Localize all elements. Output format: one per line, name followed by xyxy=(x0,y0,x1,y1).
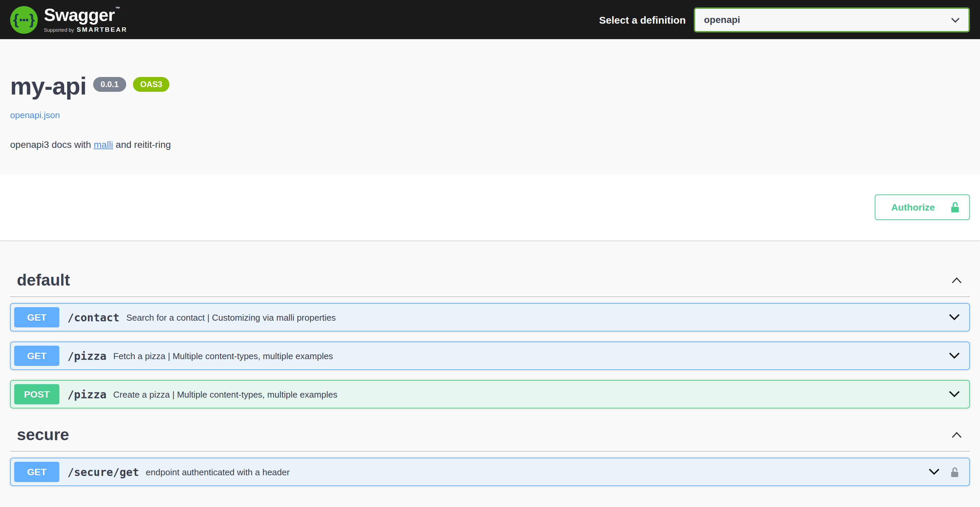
chevron-down-icon xyxy=(949,351,960,361)
tag-title: secure xyxy=(17,425,69,444)
operation-summary: Search for a contact | Customizing via m… xyxy=(126,312,949,323)
expand-operation-button[interactable] xyxy=(929,467,940,477)
chevron-down-icon xyxy=(949,389,960,399)
definition-select[interactable]: openapi xyxy=(694,7,970,32)
tag-title: default xyxy=(17,271,70,290)
tag-section-default: default GET /contact Search for a contac… xyxy=(10,264,970,408)
opblock-summary[interactable]: GET /pizza Fetch a pizza | Multiple cont… xyxy=(11,342,969,369)
tag-header-default[interactable]: default xyxy=(10,264,970,297)
version-badge: 0.0.1 xyxy=(93,77,126,92)
method-badge: GET xyxy=(14,307,59,327)
opblock-post-pizza: POST /pizza Create a pizza | Multiple co… xyxy=(10,380,970,408)
operation-path: /pizza xyxy=(59,349,113,362)
swagger-logo[interactable]: {•••} Swagger™ Supported by SMARTBEAR xyxy=(10,6,127,33)
opblock-get-pizza: GET /pizza Fetch a pizza | Multiple cont… xyxy=(10,341,970,370)
definition-select-value: openapi xyxy=(704,14,740,25)
expand-operation-button[interactable] xyxy=(949,389,960,399)
brand-name: Swagger xyxy=(44,5,115,25)
opblock-get-secure-get: GET /secure/get endpoint authenticated w… xyxy=(10,458,970,486)
opblock-summary[interactable]: GET /secure/get endpoint authenticated w… xyxy=(11,458,969,485)
unlocked-padlock-icon xyxy=(950,466,960,478)
malli-link[interactable]: malli xyxy=(94,139,113,150)
scheme-container: Authorize xyxy=(0,174,980,240)
operation-summary: Create a pizza | Multiple content-types,… xyxy=(113,389,949,400)
oas3-badge: OAS3 xyxy=(133,77,170,92)
opblock-get-contact: GET /contact Search for a contact | Cust… xyxy=(10,303,970,332)
tag-section-secure: secure GET /secure/get endpoint authenti… xyxy=(10,419,970,486)
select-definition-label: Select a definition xyxy=(599,14,686,26)
expand-operation-button[interactable] xyxy=(949,351,960,361)
swagger-logo-icon: {•••} xyxy=(10,6,38,33)
operations-list: default GET /contact Search for a contac… xyxy=(0,240,980,486)
chevron-down-icon xyxy=(929,467,940,477)
method-badge: GET xyxy=(14,346,59,366)
method-badge: GET xyxy=(14,462,59,482)
supported-by-text: Supported by xyxy=(44,27,74,33)
spec-url-link[interactable]: openapi.json xyxy=(10,110,60,120)
info-section: my-api 0.0.1 OAS3 openapi.json openapi3 … xyxy=(0,39,980,174)
chevron-down-icon xyxy=(951,14,960,25)
chevron-up-icon[interactable] xyxy=(951,429,962,441)
smartbear-brand: SMARTBEAR xyxy=(76,26,127,33)
api-description: openapi3 docs with malli and reitit-ring xyxy=(10,139,970,150)
opblock-summary[interactable]: GET /contact Search for a contact | Cust… xyxy=(11,304,969,331)
opblock-summary[interactable]: POST /pizza Create a pizza | Multiple co… xyxy=(11,381,969,408)
chevron-down-icon xyxy=(949,312,960,322)
operation-summary: Fetch a pizza | Multiple content-types, … xyxy=(113,351,949,361)
swagger-ui-page: {•••} Swagger™ Supported by SMARTBEAR Se… xyxy=(0,0,980,507)
api-title: my-api xyxy=(10,74,86,99)
tag-header-secure[interactable]: secure xyxy=(10,419,970,452)
unlocked-padlock-icon xyxy=(950,201,961,213)
chevron-up-icon[interactable] xyxy=(951,274,962,286)
authorization-lock-button[interactable] xyxy=(950,466,960,478)
operation-path: /contact xyxy=(59,311,126,324)
method-badge: POST xyxy=(14,384,59,404)
operation-path: /secure/get xyxy=(59,466,146,478)
operation-path: /pizza xyxy=(59,388,113,401)
topbar: {•••} Swagger™ Supported by SMARTBEAR Se… xyxy=(0,0,980,39)
authorize-button[interactable]: Authorize xyxy=(875,195,970,220)
expand-operation-button[interactable] xyxy=(949,312,960,322)
operation-summary: endpoint authenticated with a header xyxy=(146,467,929,477)
trademark-symbol: ™ xyxy=(115,6,120,11)
